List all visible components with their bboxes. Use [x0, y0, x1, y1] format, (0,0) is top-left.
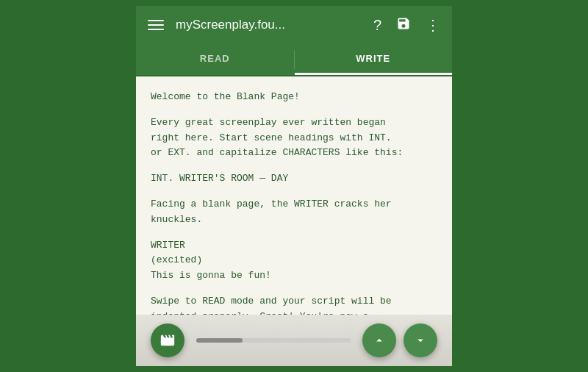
screenplay-line-1: Welcome to the Blank Page!: [151, 90, 437, 105]
screenplay-line-5: WRITER(excited)This is gonna be fun!: [151, 238, 437, 284]
top-bar: myScreenplay.fou... ? ⋮: [136, 6, 452, 44]
bottom-bar: [136, 315, 452, 366]
scroll-down-button[interactable]: [404, 323, 437, 357]
scrollbar-thumb: [196, 338, 243, 343]
scrollbar[interactable]: [196, 338, 351, 343]
more-icon[interactable]: ⋮: [423, 13, 443, 37]
tab-write[interactable]: WRITE: [295, 44, 453, 75]
screenplay-line-3: INT. WRITER'S ROOM — DAY: [151, 171, 437, 187]
nav-buttons: [362, 323, 437, 357]
screenplay-line-4: Facing a blank page, the WRITER cracks h…: [151, 197, 437, 228]
save-icon[interactable]: [393, 13, 414, 37]
tab-bar: READ WRITE: [136, 44, 452, 76]
help-icon[interactable]: ?: [370, 14, 384, 37]
app-title: myScreenplay.fou...: [176, 18, 362, 32]
screenplay-line-2: Every great screenplay ever written bega…: [151, 115, 437, 161]
scroll-up-button[interactable]: [362, 323, 396, 357]
menu-icon[interactable]: [145, 17, 167, 33]
screenplay-content: Welcome to the Blank Page! Every great s…: [136, 76, 452, 315]
tab-read[interactable]: READ: [136, 44, 294, 75]
content-area: Welcome to the Blank Page! Every great s…: [136, 76, 452, 315]
screenplay-line-6: Swipe to READ mode and your script will …: [151, 294, 437, 315]
film-fab-button[interactable]: [151, 323, 184, 357]
